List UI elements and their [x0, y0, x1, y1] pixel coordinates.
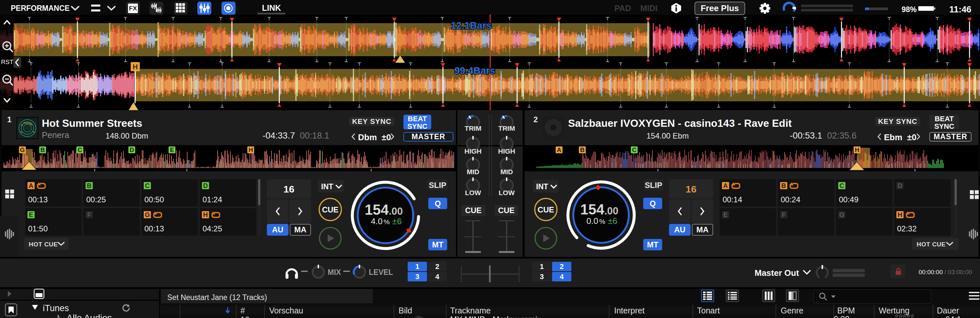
svg-text:12.1Bars: 12.1Bars	[451, 20, 492, 31]
svg-text:D: D	[130, 146, 134, 153]
svg-text:E: E	[170, 146, 174, 153]
svg-text:TRIM: TRIM	[498, 125, 515, 132]
svg-text:RST: RST	[1, 59, 13, 66]
svg-text:99.4Bars: 99.4Bars	[454, 65, 495, 76]
svg-text:G: G	[20, 146, 25, 153]
svg-text:H: H	[133, 63, 138, 71]
svg-text:0.0%: 0.0%	[586, 216, 605, 226]
svg-text:B: B	[40, 146, 45, 153]
svg-text:CUE: CUE	[498, 206, 515, 215]
svg-text:H: H	[855, 146, 859, 153]
svg-text:.00: .00	[605, 205, 618, 217]
svg-text:CUE: CUE	[322, 205, 339, 214]
svg-text:TRIM: TRIM	[465, 125, 481, 132]
svg-text:4.0%: 4.0%	[371, 216, 390, 226]
svg-text:154: 154	[365, 201, 389, 218]
svg-text:±6: ±6	[608, 216, 617, 226]
svg-text:CUE: CUE	[465, 206, 482, 215]
svg-text:CUE: CUE	[538, 205, 554, 214]
svg-text:±6: ±6	[392, 216, 402, 226]
svg-text:B: B	[580, 146, 585, 153]
svg-text:Prima: Prima	[24, 121, 31, 125]
svg-text:A: A	[557, 146, 562, 153]
svg-text:.00: .00	[389, 206, 403, 217]
svg-text:H: H	[248, 146, 253, 153]
svg-text:C: C	[78, 146, 82, 153]
svg-text:LOW: LOW	[465, 189, 481, 197]
svg-text:C: C	[632, 146, 637, 153]
svg-text:154: 154	[581, 201, 605, 217]
svg-text:LOW: LOW	[499, 189, 515, 197]
